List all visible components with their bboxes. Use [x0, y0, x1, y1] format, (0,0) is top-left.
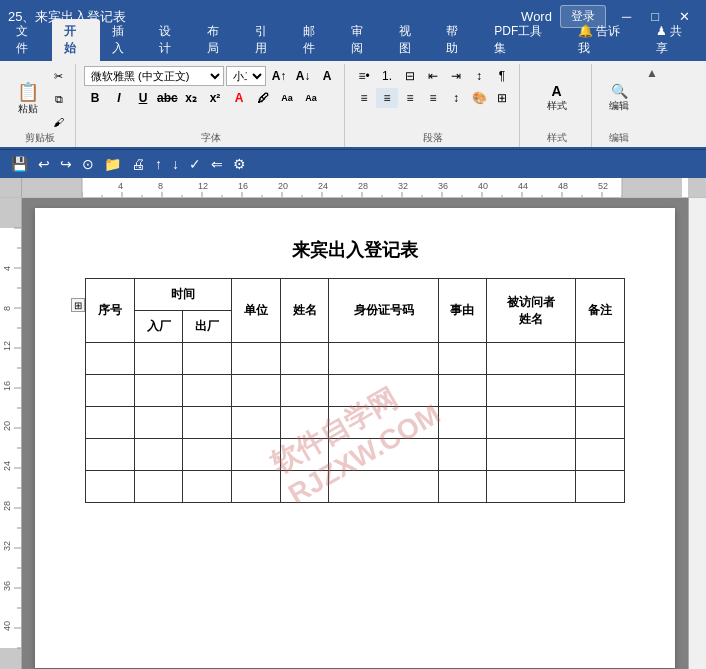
- tab-file[interactable]: 文件: [4, 19, 52, 61]
- paste-icon: 📋: [17, 83, 39, 101]
- ruler-canvas: [22, 178, 682, 197]
- tab-review[interactable]: 审阅: [339, 19, 387, 61]
- qa-down-button[interactable]: ↓: [169, 154, 182, 174]
- qa-check-button[interactable]: ✓: [186, 154, 204, 174]
- font-family-select[interactable]: 微软雅黑 (中文正文): [84, 66, 224, 86]
- clipboard-secondary: ✂ ⧉ 🖌: [48, 66, 69, 132]
- paragraph-group: ≡• 1. ⊟ ⇤ ⇥ ↕ ¶ ≡ ≡ ≡ ≡ ↕ 🎨 ⊞: [347, 64, 520, 147]
- table-row: [86, 471, 625, 503]
- para-row2: ≡ ≡ ≡ ≡ ↕ 🎨 ⊞: [353, 88, 513, 108]
- font-label: 字体: [78, 131, 344, 145]
- strikethrough-button[interactable]: abc: [156, 88, 178, 108]
- header-visitee-group: 被访问者 姓名: [487, 279, 576, 343]
- cut-icon: ✂: [54, 70, 63, 83]
- qa-redo-button[interactable]: ↪: [57, 154, 75, 174]
- qa-open-button[interactable]: 📁: [101, 154, 124, 174]
- tab-references[interactable]: 引用: [243, 19, 291, 61]
- editing-button[interactable]: 🔍 编辑: [602, 69, 636, 129]
- cut-button[interactable]: ✂: [48, 66, 69, 87]
- ruler-area: [0, 178, 706, 198]
- tab-tell[interactable]: 🔔 告诉我: [566, 19, 644, 61]
- decrease-indent-button[interactable]: ⇤: [422, 66, 444, 86]
- font-row1: 微软雅黑 (中文正文) 小二 A↑ A↓ A: [84, 66, 338, 86]
- horizontal-ruler: [22, 178, 688, 197]
- tab-home[interactable]: 开始: [52, 19, 100, 61]
- styles-label: 样式: [547, 99, 567, 113]
- align-right-button[interactable]: ≡: [399, 88, 421, 108]
- tab-layout[interactable]: 布局: [195, 19, 243, 61]
- superscript-button[interactable]: x²: [204, 88, 226, 108]
- decrease-font-button[interactable]: A↓: [292, 66, 314, 86]
- paste-label: 粘贴: [18, 102, 38, 116]
- styles-button[interactable]: A 样式: [540, 69, 574, 129]
- clear-format-button[interactable]: A: [316, 66, 338, 86]
- header-time-out: 出厂: [183, 311, 232, 343]
- editing-label: 编辑: [609, 99, 629, 113]
- para-row1: ≡• 1. ⊟ ⇤ ⇥ ↕ ¶: [353, 66, 513, 86]
- collapse-ribbon-button[interactable]: ▲: [646, 66, 658, 80]
- show-marks-button[interactable]: ¶: [491, 66, 513, 86]
- borders-button[interactable]: ⊞: [491, 88, 513, 108]
- tab-view[interactable]: 视图: [387, 19, 435, 61]
- text-highlight-button[interactable]: 🖊: [252, 88, 274, 108]
- justify-button[interactable]: ≡: [422, 88, 444, 108]
- copy-icon: ⧉: [55, 93, 63, 106]
- shading-button[interactable]: 🎨: [468, 88, 490, 108]
- qa-print-button[interactable]: 🖨: [128, 154, 148, 174]
- scrollbar[interactable]: [688, 198, 706, 669]
- qa-undo-button[interactable]: ↩: [35, 154, 53, 174]
- underline-button[interactable]: U: [132, 88, 154, 108]
- sort-button[interactable]: ↕: [468, 66, 490, 86]
- paste-button[interactable]: 📋 粘贴: [10, 69, 46, 129]
- align-left-button[interactable]: ≡: [353, 88, 375, 108]
- font-color-button[interactable]: A: [228, 88, 250, 108]
- tab-help[interactable]: 帮助: [434, 19, 482, 61]
- bold-button[interactable]: B: [84, 88, 106, 108]
- paragraph-label: 段落: [347, 131, 519, 145]
- qa-save-button[interactable]: 💾: [8, 154, 31, 174]
- format-painter-button[interactable]: 🖌: [48, 112, 69, 132]
- table-expand-button[interactable]: ⊞: [71, 298, 85, 312]
- header-time-group: 时间: [134, 279, 231, 311]
- styles-icon: A: [551, 84, 561, 98]
- table-row: [86, 439, 625, 471]
- tab-share[interactable]: ♟ 共享: [644, 19, 706, 61]
- tab-mailings[interactable]: 邮件: [291, 19, 339, 61]
- subscript-button[interactable]: x₂: [180, 88, 202, 108]
- tab-design[interactable]: 设计: [147, 19, 195, 61]
- left-margin-ruler: [0, 178, 22, 197]
- tab-pdf[interactable]: PDF工具集: [482, 19, 566, 61]
- italic-button[interactable]: I: [108, 88, 130, 108]
- numbering-button[interactable]: 1.: [376, 66, 398, 86]
- qa-up-button[interactable]: ↑: [152, 154, 165, 174]
- copy-button[interactable]: ⧉: [48, 89, 69, 110]
- multilevel-list-button[interactable]: ⊟: [399, 66, 421, 86]
- header-visitee-name: 姓名: [519, 312, 543, 326]
- table-container: ⊞ 来宾出入登记表 序号 时间 单位 姓名 身份证号码 事由: [85, 238, 625, 503]
- styles-group: A 样式 样式: [522, 64, 592, 147]
- increase-font-button[interactable]: A↑: [268, 66, 290, 86]
- document-scroll[interactable]: 软件自学网RJZXW.COM ⊞ 来宾出入登记表 序号 时间 单位 姓名 身份证…: [22, 198, 688, 669]
- align-center-button[interactable]: ≡: [376, 88, 398, 108]
- font-group: 微软雅黑 (中文正文) 小二 A↑ A↓ A B I U abc x₂ x²: [78, 64, 345, 147]
- line-spacing-button[interactable]: ↕: [445, 88, 467, 108]
- character-spacing-button[interactable]: Aa: [300, 88, 322, 108]
- qa-circle-button[interactable]: ⊙: [79, 154, 97, 174]
- bullets-button[interactable]: ≡•: [353, 66, 375, 86]
- tab-insert[interactable]: 插入: [100, 19, 148, 61]
- table-row: [86, 343, 625, 375]
- header-remark: 备注: [576, 279, 625, 343]
- font-dialog-button[interactable]: Aa: [276, 88, 298, 108]
- styles-label-group: 样式: [522, 131, 591, 145]
- ribbon: 文件 开始 插入 设计 布局 引用 邮件 审阅 视图 帮助 PDF工具集 🔔 告…: [0, 33, 706, 150]
- font-size-select[interactable]: 小二: [226, 66, 266, 86]
- editing-label-group: 编辑: [594, 131, 644, 145]
- header-seqno: 序号: [86, 279, 135, 343]
- collapse-ribbon: ▲: [646, 64, 658, 147]
- qa-arrow-button[interactable]: ⇐: [208, 154, 226, 174]
- qa-settings-button[interactable]: ⚙: [230, 154, 249, 174]
- increase-indent-button[interactable]: ⇥: [445, 66, 467, 86]
- format-painter-icon: 🖌: [53, 116, 64, 128]
- right-margin-ruler: [688, 178, 706, 197]
- table-row: [86, 407, 625, 439]
